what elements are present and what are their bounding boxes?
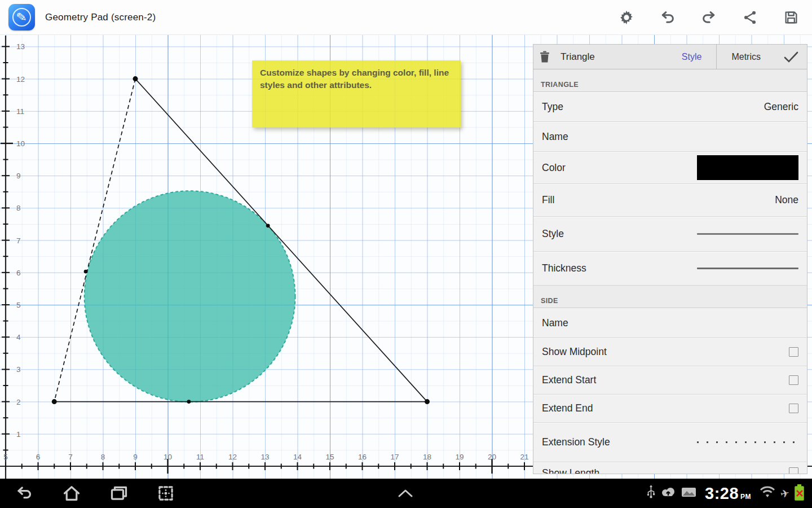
triangle-vertex[interactable] [425, 399, 430, 404]
status-clock: 3:28 PM [705, 484, 751, 503]
y-axis-label: 3 [16, 365, 21, 374]
row-show-midpoint[interactable]: Show Midpoint [533, 338, 807, 366]
tab-metrics[interactable]: Metrics [717, 45, 775, 69]
chevron-up-icon[interactable] [395, 479, 416, 508]
app-title: Geometry Pad (screen-2) [45, 12, 156, 23]
triangle-vertex[interactable] [52, 399, 57, 404]
redo-icon[interactable] [700, 9, 717, 26]
x-axis-label: 14 [293, 453, 302, 461]
y-axis-label: 8 [16, 204, 21, 212]
wifi-status-icon [760, 485, 775, 502]
x-axis-label: 21 [520, 453, 528, 461]
x-axis-label: 9 [133, 453, 138, 461]
delete-trash-icon[interactable] [533, 51, 556, 63]
extend-end-label: Extend End [542, 402, 593, 414]
thickness-label: Thickness [542, 262, 586, 274]
back-icon[interactable] [15, 485, 34, 502]
triangle-vertex[interactable] [133, 76, 138, 81]
row-color[interactable]: Color [533, 152, 807, 184]
properties-panel: Triangle Style Metrics TRIANGLE Type Gen… [533, 44, 807, 474]
incircle[interactable] [85, 191, 295, 402]
x-axis-label: 11 [196, 453, 204, 461]
thickness-preview [697, 268, 798, 270]
row-name[interactable]: Name [533, 122, 807, 152]
row-thickness[interactable]: Thickness [533, 252, 807, 286]
x-axis-label: 15 [325, 453, 334, 461]
recent-apps-icon[interactable] [109, 485, 129, 502]
extend-start-checkbox[interactable] [789, 375, 798, 385]
selected-shape-title: Triangle [561, 51, 595, 63]
row-fill[interactable]: Fill None [533, 184, 807, 217]
x-axis-label: 20 [488, 453, 496, 461]
row-side-name[interactable]: Name [533, 308, 807, 338]
y-axis-label: 5 [16, 301, 21, 309]
sticky-note[interactable]: Customize shapes by changing color, fill… [252, 60, 461, 128]
show-length-checkbox[interactable] [789, 467, 798, 474]
time-text: 3:28 [705, 484, 739, 503]
side-name-label: Name [542, 317, 568, 329]
app-logo-icon: ✎ [8, 4, 35, 30]
undo-icon[interactable] [659, 9, 676, 26]
top-app-bar: ✎ Geometry Pad (screen-2) [0, 0, 812, 35]
x-axis-label: 18 [423, 453, 431, 461]
row-extend-start[interactable]: Extend Start [533, 366, 807, 395]
x-axis-label: 6 [36, 453, 41, 461]
row-extension-style[interactable]: Extension Style [533, 423, 807, 462]
x-axis-label: 13 [261, 453, 269, 461]
screen-capture-icon[interactable] [157, 485, 175, 502]
save-icon[interactable] [783, 9, 800, 26]
y-axis-label: 11 [16, 107, 24, 116]
y-axis-label: 2 [16, 398, 21, 406]
gallery-status-icon [681, 485, 696, 502]
y-axis-label: 10 [16, 139, 25, 148]
extension-style-label: Extension Style [542, 436, 610, 448]
y-axis-label: 12 [16, 75, 25, 84]
battery-status-icon [795, 486, 804, 501]
type-label: Type [542, 101, 563, 113]
type-value: Generic [764, 101, 798, 113]
tangent-point[interactable] [266, 224, 270, 227]
x-axis-label: 8 [101, 453, 105, 461]
share-icon[interactable] [742, 9, 758, 26]
x-axis-label: 12 [228, 453, 237, 461]
panel-header: Triangle Style Metrics [533, 45, 807, 69]
extend-end-checkbox[interactable] [789, 404, 798, 413]
y-axis-label: 13 [16, 42, 25, 51]
ampm-text: PM [740, 493, 751, 501]
row-style[interactable]: Style [533, 217, 807, 252]
tangent-point[interactable] [187, 400, 191, 404]
fill-label: Fill [542, 194, 554, 206]
y-axis-label: 4 [16, 333, 21, 341]
x-axis-label: 16 [358, 453, 367, 461]
x-axis-label: 10 [164, 453, 172, 461]
usb-status-icon [647, 485, 655, 502]
section-triangle: TRIANGLE [533, 69, 807, 92]
fill-value: None [775, 194, 798, 206]
show-midpoint-checkbox[interactable] [789, 347, 798, 357]
extension-style-preview [697, 441, 798, 443]
tangent-point[interactable] [84, 270, 88, 274]
show-length-label: Show Length [542, 467, 599, 474]
tab-style[interactable]: Style [667, 45, 717, 69]
y-axis-label: 6 [16, 269, 21, 277]
x-axis-label: 17 [390, 453, 399, 461]
section-side: SIDE [533, 286, 807, 308]
row-extend-end[interactable]: Extend End [533, 395, 807, 423]
airplane-mode-icon: ✈ [779, 486, 791, 501]
x-axis-label: 5 [3, 453, 8, 461]
settings-gear-icon[interactable] [618, 9, 635, 26]
android-navigation-bar: 3:28 PM ✈ [0, 479, 812, 508]
color-swatch[interactable] [697, 155, 798, 180]
confirm-check-icon[interactable] [775, 51, 807, 63]
name-label: Name [542, 131, 568, 143]
extend-start-label: Extend Start [542, 374, 596, 386]
y-axis-label: 1 [16, 430, 21, 439]
x-axis-label: 19 [455, 453, 464, 461]
home-icon[interactable] [62, 485, 81, 502]
color-label: Color [542, 162, 566, 174]
row-show-length[interactable]: Show Length [533, 462, 807, 474]
row-type[interactable]: Type Generic [533, 92, 807, 122]
style-label: Style [542, 228, 564, 240]
line-style-preview [697, 233, 798, 235]
y-axis-label: 7 [16, 237, 21, 245]
